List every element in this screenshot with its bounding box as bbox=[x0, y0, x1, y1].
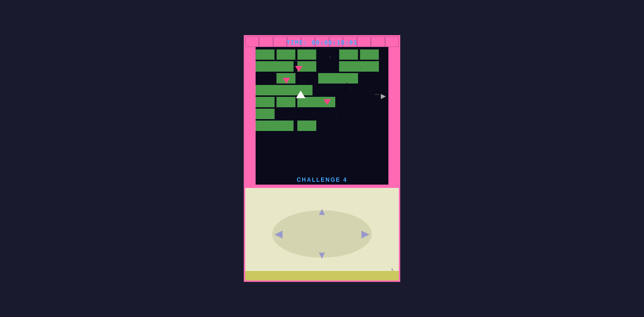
game-inner: ✦ ✦ • • • • ▶ ••• bbox=[256, 47, 388, 185]
dpad-up[interactable]: ▲ bbox=[317, 205, 327, 218]
time-display: TIME: 00:00:18:01 bbox=[245, 39, 399, 46]
middle-area: ⛰ Scene Textured▼ RGB▼ ☀ ⚙ bbox=[149, 14, 478, 317]
game-tiles-area: ✦ ✦ • • • • ▶ ••• bbox=[245, 47, 399, 185]
game-screen: TIME: 00:00:18:01 bbox=[244, 35, 400, 282]
game-controls-area: ▲ ▼ ◀ ▶ ♪ bbox=[245, 188, 399, 280]
game-view-content[interactable]: TIME: 00:00:18:01 bbox=[0, 14, 644, 317]
dpad-left[interactable]: ◀ bbox=[275, 228, 283, 240]
bottom-strip bbox=[245, 271, 399, 280]
dpad-right[interactable]: ▶ bbox=[361, 228, 369, 240]
main-area: Project Create▼ ⊞ ↕ ≡ 🔒 ▶ 📁 Assets bbox=[0, 14, 644, 317]
left-border bbox=[245, 47, 256, 185]
challenge-text: CHALLENGE 4 bbox=[245, 177, 399, 183]
player-indicator bbox=[296, 91, 305, 98]
dpad-container: ▲ ▼ ◀ ▶ bbox=[272, 205, 372, 262]
enemy2-indicator bbox=[283, 78, 290, 84]
game-panel: 🎮 Game 320x480 (HVGA Port ▼ Maximize on … bbox=[296, 14, 478, 317]
right-border bbox=[388, 47, 399, 185]
dpad-down[interactable]: ▼ bbox=[317, 249, 327, 261]
enemy1-indicator bbox=[295, 66, 303, 72]
scene-game-area: ⛰ Scene Textured▼ RGB▼ ☀ ⚙ bbox=[149, 14, 478, 317]
move-arrow: ▶ bbox=[381, 92, 386, 100]
enemy3-indicator bbox=[323, 99, 331, 105]
